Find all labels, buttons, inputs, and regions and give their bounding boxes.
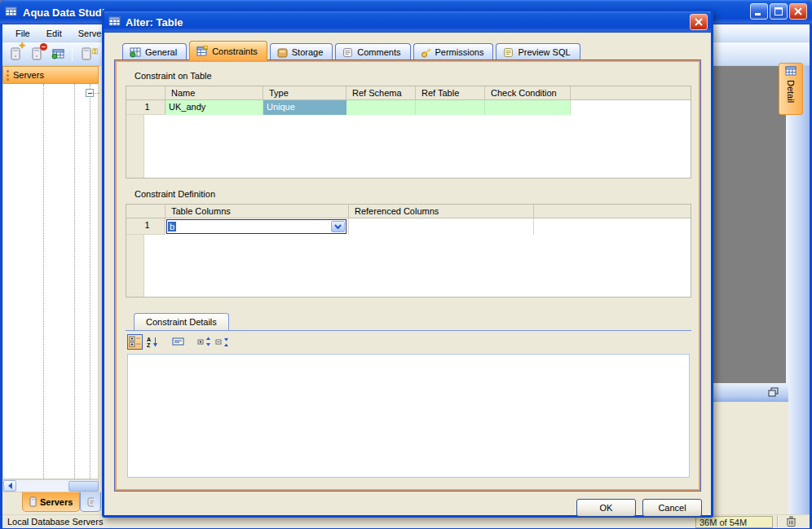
close-button[interactable] (789, 3, 807, 20)
grid-header-row: Name Type Ref Schema Ref Table Check Con… (126, 86, 691, 100)
svg-text:Z: Z (147, 342, 151, 348)
col-table-columns[interactable]: Table Columns (165, 205, 349, 218)
cell-check-condition[interactable] (485, 100, 571, 115)
tab-storage-label: Storage (292, 47, 324, 57)
open-table-icon[interactable] (48, 44, 68, 64)
constraints-tab-panel: Constraint on Table Name Type Ref Schema… (114, 60, 701, 492)
table-columns-combobox[interactable]: b (166, 219, 346, 234)
register-server-icon[interactable]: ✚ (6, 44, 25, 64)
constraint-definition-grid[interactable]: Table Columns Referenced Columns 1 b (126, 204, 691, 298)
tab-general-label: General (145, 47, 177, 57)
servers-panel-header[interactable]: Servers (2, 66, 99, 84)
right-dock-strip (786, 66, 810, 514)
dialog-title: Alter: Table (126, 16, 183, 29)
property-pages-button[interactable] (170, 334, 186, 350)
chevron-down-icon (334, 224, 342, 229)
horizontal-scrollbar[interactable] (2, 479, 99, 492)
categorized-button[interactable] (127, 334, 143, 350)
panel-grip-handle[interactable] (7, 70, 9, 81)
tree-collapse-icon[interactable] (86, 89, 94, 97)
col-check-condition[interactable]: Check Condition (485, 86, 571, 99)
row-header-strip (126, 115, 144, 178)
unregister-server-icon[interactable]: – (27, 44, 46, 64)
memory-indicator: 36M of 54M (695, 516, 773, 528)
table-row[interactable]: 1 b (126, 218, 691, 235)
server-properties-icon[interactable]: ⚿ (77, 44, 96, 64)
detail-dock-tab[interactable]: Detail (779, 63, 803, 115)
server-tree[interactable] (2, 84, 99, 479)
tab-servers-label: Servers (40, 497, 73, 507)
script-icon (87, 497, 94, 507)
cancel-button[interactable]: Cancel (642, 499, 702, 517)
tab-constraint-details-label: Constraint Details (146, 317, 217, 327)
svg-text:A: A (147, 337, 151, 342)
col-ref-schema[interactable]: Ref Schema (346, 86, 416, 99)
dialog-icon (108, 15, 121, 29)
table-general-icon (130, 47, 141, 58)
combobox-value: b (168, 222, 176, 231)
dialog-body: General Constraints Storage Comments Per… (104, 33, 711, 515)
scroll-left-button[interactable] (3, 480, 16, 492)
status-text: Local Database Servers (2, 517, 103, 527)
col-type[interactable]: Type (263, 86, 346, 99)
menu-edit[interactable]: Edit (38, 27, 70, 40)
collapse-all-button[interactable] (214, 334, 229, 350)
tab-preview-sql-label: Preview SQL (518, 47, 570, 57)
grid-header-row: Table Columns Referenced Columns (126, 205, 691, 218)
cell-ref-schema[interactable] (346, 100, 416, 115)
tab-permissions[interactable]: Permissions (413, 43, 494, 60)
servers-panel-title: Servers (13, 70, 44, 80)
maximize-button[interactable] (770, 3, 788, 20)
tab-preview-sql[interactable]: Preview SQL (496, 43, 580, 60)
table-row[interactable]: 1 UK_andy Unique (126, 100, 691, 115)
tab-general[interactable]: General (122, 43, 187, 60)
trash-icon[interactable] (785, 515, 797, 529)
constraint-definition-label: Constraint Definition (135, 189, 215, 199)
details-toolbar: AZ (127, 333, 229, 350)
cell-name[interactable]: UK_andy (165, 100, 263, 115)
tab-constraint-details[interactable]: Constraint Details (134, 313, 229, 330)
tab-comments[interactable]: Comments (335, 43, 410, 60)
toolbar-separator (72, 46, 73, 61)
tab-constraints-label: Constraints (212, 46, 258, 56)
restore-pane-icon[interactable] (768, 387, 779, 399)
constraint-table-grid[interactable]: Name Type Ref Schema Ref Table Check Con… (126, 86, 691, 179)
servers-panel: Servers Servers (2, 66, 99, 514)
tab-servers[interactable]: Servers (22, 492, 80, 512)
cell-ref-table[interactable] (416, 100, 485, 115)
constraint-on-table-label: Constraint on Table (135, 71, 212, 81)
combobox-dropdown-button[interactable] (331, 221, 345, 232)
row-number: 1 (126, 218, 165, 235)
alter-table-dialog: Alter: Table General Constraints Storage (102, 9, 713, 518)
tab-storage[interactable]: Storage (270, 43, 333, 60)
expand-all-button[interactable] (196, 334, 211, 350)
comments-icon (342, 47, 353, 58)
minimize-button[interactable] (750, 3, 768, 20)
tab-constraints[interactable]: Constraints (189, 41, 267, 60)
panel-bottom-tabs: Servers (2, 492, 99, 514)
cell-type-selected[interactable]: Unique (263, 100, 346, 115)
cell-referenced-columns[interactable] (349, 218, 534, 235)
col-name[interactable]: Name (165, 86, 263, 99)
row-number: 1 (126, 100, 165, 115)
server-icon (29, 496, 37, 507)
detail-pane-body (713, 402, 788, 514)
dialog-titlebar[interactable]: Alter: Table (104, 11, 711, 33)
ok-button[interactable]: OK (576, 499, 636, 517)
permissions-icon (421, 47, 431, 58)
sort-alphabetical-button[interactable]: AZ (145, 334, 161, 350)
col-ref-table[interactable]: Ref Table (416, 86, 485, 99)
detail-pane-header (713, 383, 788, 402)
property-grid-area[interactable] (127, 354, 690, 478)
status-divider (777, 516, 779, 527)
tab-comments-label: Comments (357, 47, 400, 57)
detail-table-icon (785, 66, 797, 77)
dialog-close-button[interactable] (690, 14, 708, 30)
application-window: Aqua Data Studi File Edit Server ✚ – ⚿ (0, 0, 812, 529)
col-referenced-columns[interactable]: Referenced Columns (349, 205, 534, 218)
scrollbar-thumb[interactable] (68, 481, 99, 492)
detail-tab-label: Detail (786, 80, 796, 103)
tab-script[interactable] (80, 492, 101, 512)
preview-sql-icon (503, 47, 514, 58)
menu-file[interactable]: File (7, 27, 38, 40)
